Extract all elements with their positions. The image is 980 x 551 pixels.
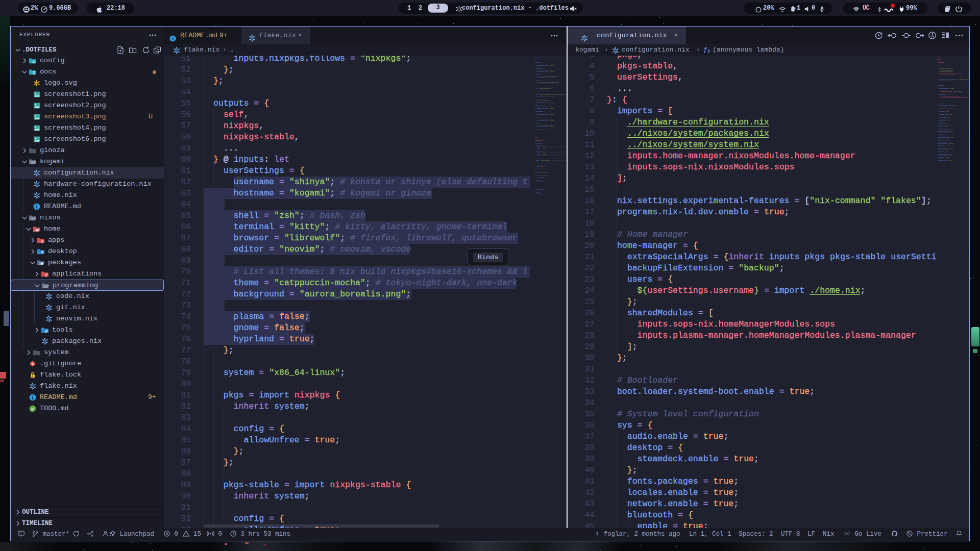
svg-text:x: x — [795, 7, 796, 10]
